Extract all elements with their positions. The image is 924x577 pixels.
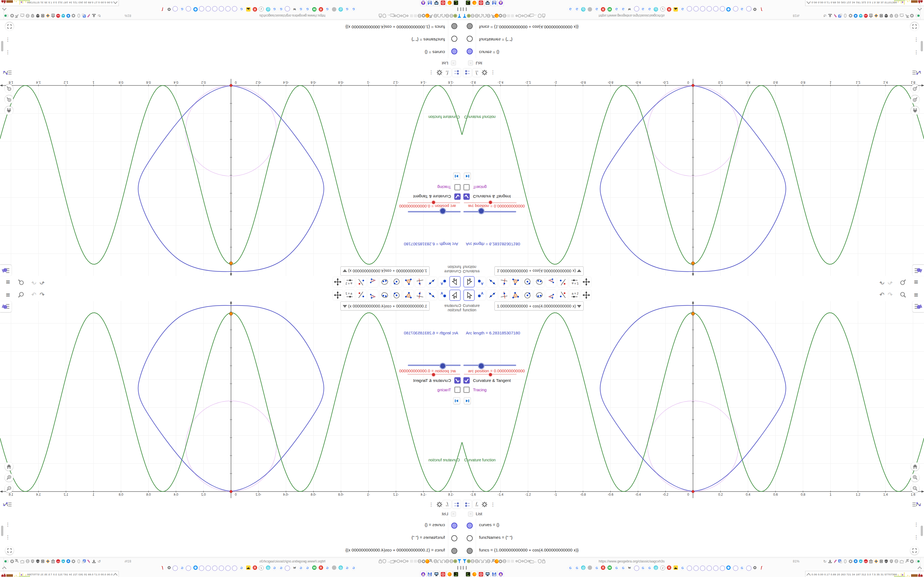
lock-icon[interactable] [378, 559, 383, 563]
perpendicular-tool-button[interactable] [415, 290, 425, 300]
gear-icon[interactable] [10, 14, 14, 18]
tab-favicon-G[interactable]: G [575, 566, 580, 571]
tab-favicon-blue[interactable] [726, 7, 731, 11]
kebab-menu-icon[interactable]: ⋮ [489, 501, 496, 508]
tab-favicon-ya[interactable]: Я [319, 566, 323, 570]
row-menu-icon[interactable]: ⋮ [914, 534, 919, 540]
tab-favicon-sw[interactable]: @ [266, 7, 270, 11]
olive-dot-icon[interactable] [454, 559, 457, 563]
firefox-app-icon[interactable] [471, 571, 478, 577]
algebra-row[interactable]: funcs = {1.000000000000 + cos(4.00000000… [462, 544, 924, 557]
trash-shield-icon[interactable] [41, 14, 45, 18]
visibility-toggle[interactable] [451, 23, 457, 29]
tab-favicon-G[interactable]: G [680, 6, 685, 11]
floppy-app-icon[interactable]: 64 [427, 0, 433, 6]
tracing-checkbox[interactable] [454, 387, 460, 393]
floppy-app-icon[interactable]: 64 [491, 0, 497, 6]
globe-icon[interactable] [433, 559, 438, 563]
gear-icon[interactable] [10, 559, 14, 563]
fx-icon[interactable]: fx [443, 500, 452, 509]
visibility-toggle[interactable] [467, 522, 473, 529]
algebra-row[interactable]: funcNames = {" "}⋮ [0, 33, 462, 46]
tab-favicon-info[interactable]: i [259, 566, 264, 571]
curvature-tangent-checkbox[interactable] [464, 193, 470, 200]
chevron-up-icon[interactable] [918, 6, 922, 11]
shield-cyan-icon[interactable] [61, 559, 65, 563]
globe-icon[interactable] [26, 14, 30, 18]
tab-favicon-gg[interactable] [173, 6, 178, 11]
headset-icon[interactable] [478, 559, 483, 563]
tab-favicon-gg[interactable] [634, 6, 640, 11]
curvature-point[interactable] [229, 262, 233, 265]
tab-favicon-fRed[interactable]: f [160, 566, 165, 570]
ellipse-tool-button[interactable] [380, 277, 390, 287]
algebra-row[interactable]: curves = {}⋮ [462, 519, 924, 532]
visibility-toggle[interactable] [467, 548, 473, 554]
home-button[interactable] [911, 462, 919, 471]
scrollbar-thumb[interactable] [921, 525, 923, 536]
function-dropdown[interactable]: 1.000000000000 + cos(4.000000000000 x) [341, 266, 430, 276]
puzzle-icon[interactable] [20, 559, 24, 563]
function-list-icon[interactable] [912, 68, 921, 76]
search-icon[interactable] [17, 291, 25, 299]
reload-icon[interactable]: ↻ [823, 14, 827, 18]
curvature-tangent-checkbox[interactable] [454, 193, 460, 200]
move-view-tool-button[interactable] [333, 277, 343, 287]
undo-icon[interactable]: ↶ [878, 278, 886, 286]
tab-favicon-img[interactable] [674, 7, 678, 11]
folder-icon[interactable] [530, 14, 534, 18]
tab-favicon-wd[interactable]: W [627, 7, 632, 11]
tracing-checkbox[interactable] [464, 184, 470, 190]
algebra-row[interactable]: funcs = {1.000000000000 + cos(4.00000000… [462, 20, 924, 33]
tab-favicon-gg[interactable] [693, 566, 699, 571]
polygon-tool-button[interactable] [510, 290, 521, 300]
tab-favicon-sw[interactable]: @ [654, 566, 658, 570]
headset-icon[interactable] [483, 14, 487, 18]
funnel-icon[interactable] [457, 14, 462, 18]
diamond-icon[interactable] [46, 559, 50, 563]
floppy-app-icon[interactable]: 64 [491, 571, 497, 577]
arc-length-slider[interactable] [464, 211, 516, 213]
tab-favicon-blue[interactable] [726, 566, 731, 570]
download-icon[interactable] [828, 14, 832, 18]
globe-icon[interactable] [486, 14, 491, 18]
polygon-tool-button[interactable] [510, 277, 521, 287]
curvature-tangent-checkbox[interactable] [454, 377, 460, 384]
skip-to-end-button[interactable] [453, 397, 460, 404]
globe-icon[interactable] [475, 559, 479, 563]
perpendicular-tool-button[interactable] [499, 290, 509, 300]
arc-position-point[interactable] [692, 490, 695, 493]
tab-favicon-wa[interactable]: W [607, 7, 612, 11]
tab-favicon-ya[interactable]: Я [319, 7, 323, 11]
tab-favicon-gg[interactable] [199, 566, 204, 571]
red-circle-icon[interactable]: ICE [56, 14, 60, 18]
function-list-icon[interactable] [912, 501, 921, 509]
plus-circle-icon[interactable] [854, 14, 858, 18]
globe-icon[interactable] [417, 14, 422, 18]
ghost-icon[interactable] [414, 559, 418, 563]
translate-icon[interactable]: A [82, 559, 86, 563]
chevron-up-icon[interactable] [918, 567, 922, 571]
tab-favicon-G[interactable]: G [621, 566, 626, 571]
curve-text-label[interactable]: Curvature function [428, 115, 460, 119]
ellipse-tool-button[interactable] [380, 290, 390, 300]
tab-favicon-gg[interactable] [746, 6, 751, 11]
arc-position-slider[interactable] [464, 374, 517, 374]
tab-favicon-gg[interactable] [232, 566, 237, 571]
tab-favicon-dot[interactable] [588, 7, 592, 11]
graphics-style-button[interactable] [913, 265, 924, 276]
move-tool-button[interactable] [449, 290, 460, 301]
shield-icon[interactable] [538, 14, 542, 18]
ellipse-tool-button[interactable] [534, 277, 544, 287]
tab-favicon-gg[interactable] [284, 566, 290, 571]
olive-dot-icon[interactable] [467, 14, 471, 18]
function-list-icon[interactable] [3, 68, 12, 76]
gear-icon[interactable] [910, 559, 914, 563]
tab-favicon-info[interactable]: i [259, 6, 264, 11]
funnel-icon[interactable] [457, 559, 462, 563]
headset-icon[interactable] [478, 14, 483, 18]
firefox-app-icon[interactable] [471, 0, 478, 6]
shield-gray-icon[interactable] [889, 559, 893, 563]
visibility-toggle[interactable] [451, 548, 457, 554]
url-text[interactable]: https://www.geogebra.org/classic/aagcxh3… [259, 559, 325, 563]
